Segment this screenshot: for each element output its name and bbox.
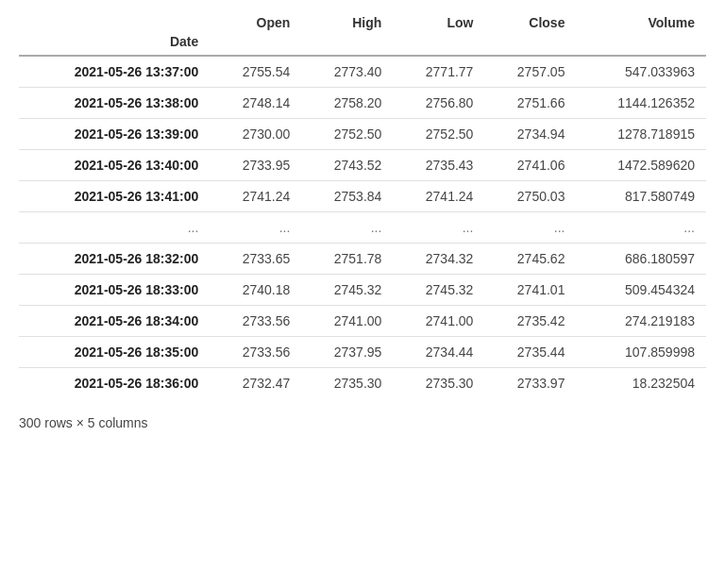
- col-header-volume-2: [576, 32, 706, 56]
- table-container: Open High Low Close Volume Date 2021-05-…: [19, 9, 706, 434]
- cell-value: ...: [576, 212, 706, 244]
- cell-value: 817.580749: [576, 181, 706, 212]
- col-header-date: Date: [19, 32, 210, 56]
- cell-value: 509.454324: [576, 275, 706, 306]
- table-footer: 300 rows × 5 columns: [19, 412, 706, 434]
- cell-value: 18.232504: [576, 368, 706, 399]
- table-row: ..................: [19, 212, 706, 244]
- header-row-top: Open High Low Close Volume: [19, 9, 706, 32]
- data-table: Open High Low Close Volume Date 2021-05-…: [19, 9, 706, 398]
- cell-date: 2021-05-26 13:37:00: [19, 56, 210, 88]
- cell-value: 2733.95: [210, 150, 301, 181]
- cell-date: 2021-05-26 13:39:00: [19, 119, 210, 150]
- cell-value: ...: [393, 212, 484, 244]
- cell-value: 2735.44: [484, 337, 576, 368]
- cell-value: 2753.84: [301, 181, 393, 212]
- cell-date: 2021-05-26 13:38:00: [19, 88, 210, 119]
- cell-value: 2734.32: [393, 244, 484, 275]
- table-row: 2021-05-26 18:36:002732.472735.302735.30…: [19, 368, 706, 399]
- cell-value: 2733.56: [210, 306, 301, 337]
- col-header-high-2: [301, 32, 393, 56]
- cell-value: 686.180597: [576, 244, 706, 275]
- cell-date: 2021-05-26 18:34:00: [19, 306, 210, 337]
- cell-value: 2741.01: [484, 275, 576, 306]
- table-row: 2021-05-26 13:38:002748.142758.202756.80…: [19, 88, 706, 119]
- cell-value: 2735.43: [393, 150, 484, 181]
- cell-value: 2740.18: [210, 275, 301, 306]
- col-header-close: Close: [484, 9, 576, 32]
- cell-value: 2733.56: [210, 337, 301, 368]
- cell-value: 2755.54: [210, 56, 301, 88]
- header-row-date: Date: [19, 32, 706, 56]
- cell-value: 2735.30: [393, 368, 484, 399]
- cell-value: 2741.06: [484, 150, 576, 181]
- table-row: 2021-05-26 18:35:002733.562737.952734.44…: [19, 337, 706, 368]
- cell-value: 2730.00: [210, 119, 301, 150]
- cell-value: 2751.78: [301, 244, 393, 275]
- cell-value: 547.033963: [576, 56, 706, 88]
- cell-value: 2741.24: [210, 181, 301, 212]
- cell-value: 1144.126352: [576, 88, 706, 119]
- table-row: 2021-05-26 18:34:002733.562741.002741.00…: [19, 306, 706, 337]
- cell-date: 2021-05-26 18:36:00: [19, 368, 210, 399]
- table-row: 2021-05-26 18:33:002740.182745.322745.32…: [19, 275, 706, 306]
- cell-value: 2758.20: [301, 88, 393, 119]
- cell-value: 2743.52: [301, 150, 393, 181]
- cell-value: 2748.14: [210, 88, 301, 119]
- col-header-high: High: [301, 9, 393, 32]
- cell-value: 2752.50: [393, 119, 484, 150]
- cell-value: 274.219183: [576, 306, 706, 337]
- cell-value: 2745.62: [484, 244, 576, 275]
- cell-value: 2733.97: [484, 368, 576, 399]
- table-row: 2021-05-26 18:32:002733.652751.782734.32…: [19, 244, 706, 275]
- cell-value: 2756.80: [393, 88, 484, 119]
- cell-value: 2735.30: [301, 368, 393, 399]
- cell-value: ...: [484, 212, 576, 244]
- cell-value: 2752.50: [301, 119, 393, 150]
- col-header-close-2: [484, 32, 576, 56]
- cell-value: 2737.95: [301, 337, 393, 368]
- cell-date: 2021-05-26 18:33:00: [19, 275, 210, 306]
- col-header-date-empty: [19, 9, 210, 32]
- col-header-low-2: [393, 32, 484, 56]
- col-header-volume: Volume: [576, 9, 706, 32]
- cell-value: 2733.65: [210, 244, 301, 275]
- cell-date: 2021-05-26 13:41:00: [19, 181, 210, 212]
- cell-value: ...: [301, 212, 393, 244]
- cell-value: 2773.40: [301, 56, 393, 88]
- cell-value: 2757.05: [484, 56, 576, 88]
- cell-date: 2021-05-26 18:32:00: [19, 244, 210, 275]
- cell-value: 2745.32: [393, 275, 484, 306]
- cell-value: 2745.32: [301, 275, 393, 306]
- cell-value: 2741.00: [393, 306, 484, 337]
- table-row: 2021-05-26 13:39:002730.002752.502752.50…: [19, 119, 706, 150]
- cell-date: 2021-05-26 18:35:00: [19, 337, 210, 368]
- cell-value: 2771.77: [393, 56, 484, 88]
- cell-date: 2021-05-26 13:40:00: [19, 150, 210, 181]
- cell-date: ...: [19, 212, 210, 244]
- cell-value: 2734.94: [484, 119, 576, 150]
- cell-value: 2741.24: [393, 181, 484, 212]
- table-body: 2021-05-26 13:37:002755.542773.402771.77…: [19, 56, 706, 398]
- cell-value: 107.859998: [576, 337, 706, 368]
- table-row: 2021-05-26 13:40:002733.952743.522735.43…: [19, 150, 706, 181]
- cell-value: 2732.47: [210, 368, 301, 399]
- table-row: 2021-05-26 13:41:002741.242753.842741.24…: [19, 181, 706, 212]
- col-header-low: Low: [393, 9, 484, 32]
- cell-value: 1472.589620: [576, 150, 706, 181]
- cell-value: 2735.42: [484, 306, 576, 337]
- cell-value: 2734.44: [393, 337, 484, 368]
- table-row: 2021-05-26 13:37:002755.542773.402771.77…: [19, 56, 706, 88]
- col-header-open: Open: [210, 9, 301, 32]
- cell-value: 2741.00: [301, 306, 393, 337]
- cell-value: 2750.03: [484, 181, 576, 212]
- cell-value: 1278.718915: [576, 119, 706, 150]
- cell-value: 2751.66: [484, 88, 576, 119]
- col-header-open-2: [210, 32, 301, 56]
- cell-value: ...: [210, 212, 301, 244]
